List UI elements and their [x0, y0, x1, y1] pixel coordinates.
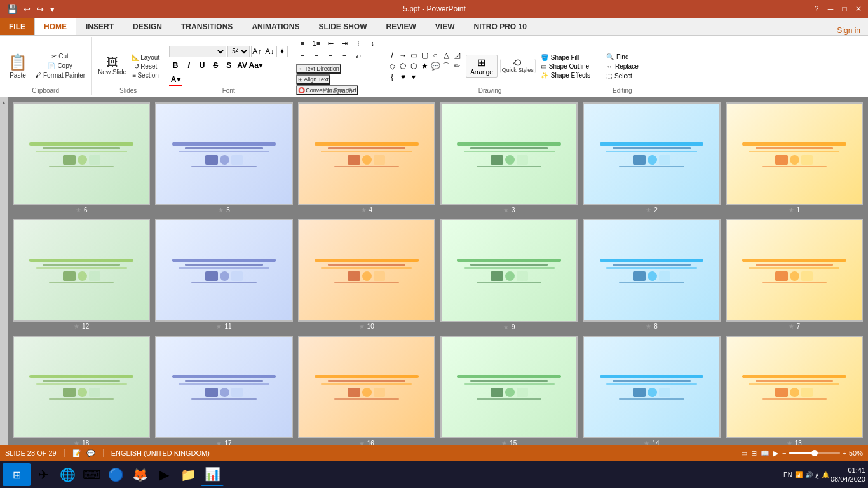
replace-button[interactable]: ↔ Replace: [604, 62, 641, 71]
tab-animations[interactable]: ANIMATIONS: [242, 18, 309, 35]
quick-styles-button[interactable]: Q Quick Styles: [500, 59, 536, 73]
rtriangle-shape[interactable]: ◿: [452, 50, 462, 60]
slide-item[interactable]: ★ 12: [13, 219, 150, 330]
callout-shape[interactable]: 💬: [430, 61, 440, 71]
slide-thumbnail[interactable]: [13, 336, 150, 438]
clear-format-button[interactable]: ✦: [276, 46, 288, 57]
more-shapes[interactable]: ▾: [409, 72, 419, 82]
slide-item[interactable]: ★ 3: [440, 102, 578, 214]
pentagon-shape[interactable]: ⬠: [398, 61, 408, 71]
shape-effects-button[interactable]: ✨ Shape Effects: [538, 71, 593, 79]
star-shape[interactable]: ★: [419, 61, 430, 71]
strikethrough-button[interactable]: S: [209, 59, 222, 72]
slide-item[interactable]: ★ 7: [726, 219, 863, 330]
slide-sorter-button[interactable]: ⊞: [751, 449, 757, 458]
find-button[interactable]: 🔍 Find: [604, 53, 641, 61]
zoom-in-button[interactable]: +: [843, 449, 846, 457]
taskbar-telegram[interactable]: ✈: [32, 463, 55, 486]
zoom-level[interactable]: 50%: [849, 449, 863, 457]
line-spacing-button[interactable]: ↕: [366, 37, 379, 50]
triangle-shape[interactable]: △: [441, 50, 451, 60]
comments-icon[interactable]: 💬: [86, 449, 95, 458]
decrease-font-button[interactable]: A↓: [264, 46, 275, 57]
taskbar-ie[interactable]: 🌐: [56, 463, 79, 486]
sign-in-button[interactable]: Sign in: [829, 26, 868, 35]
rect-shape[interactable]: ▭: [409, 50, 419, 60]
slide-item[interactable]: ★ 11: [155, 219, 292, 330]
copy-button[interactable]: 📄Copy: [33, 62, 87, 70]
increase-font-button[interactable]: A↑: [251, 46, 262, 57]
changecase-button[interactable]: Aa▾: [249, 59, 262, 72]
slide-thumbnail[interactable]: [583, 102, 720, 205]
slide-thumbnail[interactable]: [298, 336, 435, 438]
help-button[interactable]: ?: [812, 4, 821, 13]
slide-thumbnail[interactable]: [726, 219, 863, 322]
reset-button[interactable]: ↺Reset: [130, 62, 161, 71]
left-panel-handle[interactable]: ▲: [0, 97, 8, 445]
freeform-shape[interactable]: ✏: [452, 61, 462, 71]
tab-home[interactable]: HOME: [34, 18, 76, 35]
slide-thumbnail[interactable]: [155, 219, 292, 322]
slide-thumbnail[interactable]: [155, 102, 292, 205]
slide-item[interactable]: ★ 16: [298, 336, 435, 445]
normal-view-button[interactable]: ▭: [741, 449, 747, 458]
slide-item[interactable]: ★ 5: [155, 102, 292, 214]
italic-button[interactable]: I: [182, 59, 195, 72]
slide-thumbnail[interactable]: [583, 336, 720, 438]
round-rect-shape[interactable]: ▢: [419, 50, 430, 60]
slide-thumbnail[interactable]: [726, 102, 863, 205]
arrow-shape[interactable]: →: [398, 50, 408, 60]
save-btn[interactable]: 💾: [5, 4, 19, 15]
maximize-button[interactable]: □: [840, 4, 849, 13]
customize-btn[interactable]: ▾: [48, 4, 57, 15]
tab-slideshow[interactable]: SLIDE SHOW: [309, 18, 376, 35]
close-button[interactable]: ✕: [854, 4, 863, 13]
font-size-select[interactable]: 54: [227, 46, 250, 57]
cols-button[interactable]: ⫶: [352, 37, 365, 50]
taskbar-chrome[interactable]: 🔵: [104, 463, 127, 486]
bold-button[interactable]: B: [169, 59, 182, 72]
bracket-shape[interactable]: {: [387, 72, 397, 82]
slideshow-button[interactable]: ▶: [773, 449, 778, 458]
reading-view-button[interactable]: 📖: [761, 449, 770, 458]
charspacing-button[interactable]: AV: [236, 59, 248, 72]
heart-shape[interactable]: ♥: [398, 72, 408, 82]
slide-thumbnail[interactable]: [13, 219, 150, 322]
bullets-button[interactable]: ≡: [296, 37, 309, 50]
slide-item[interactable]: ★ 18: [13, 336, 150, 445]
diamond-shape[interactable]: ◇: [387, 61, 397, 71]
undo-btn[interactable]: ↩: [22, 4, 32, 15]
curve-shape[interactable]: ⌒: [441, 61, 451, 71]
tab-transitions[interactable]: TRANSITIONS: [172, 18, 242, 35]
slide-item[interactable]: ★ 17: [155, 336, 292, 445]
shadow-button[interactable]: S: [222, 59, 235, 72]
slide-thumbnail[interactable]: [155, 336, 292, 438]
font-family-select[interactable]: [169, 46, 226, 57]
decrease-indent-button[interactable]: ⇤: [324, 37, 337, 50]
slide-thumbnail[interactable]: [440, 219, 578, 322]
line-shape[interactable]: /: [387, 50, 397, 60]
select-button[interactable]: ⬚ Select: [604, 72, 641, 80]
layout-button[interactable]: 📐Layout: [130, 53, 161, 62]
new-slide-button[interactable]: 🖼 New Slide: [95, 55, 129, 77]
rtl-button[interactable]: ↵: [352, 50, 365, 63]
slide-thumbnail[interactable]: [440, 336, 578, 438]
slide-item[interactable]: ★ 2: [583, 102, 720, 214]
oval-shape[interactable]: ○: [430, 50, 440, 60]
slide-item[interactable]: ★ 14: [583, 336, 720, 445]
slide-item[interactable]: ★ 9: [440, 219, 578, 330]
arrange-button[interactable]: ⊞ Arrange: [466, 55, 498, 78]
align-left-button[interactable]: ≡: [296, 50, 309, 63]
align-right-button[interactable]: ≡: [324, 50, 337, 63]
numbering-button[interactable]: 1≡: [310, 37, 323, 50]
zoom-out-button[interactable]: −: [782, 449, 786, 457]
slide-thumbnail[interactable]: [13, 102, 150, 205]
slide-item[interactable]: ★ 6: [13, 102, 150, 214]
taskbar-explorer[interactable]: 📁: [177, 463, 200, 486]
shape-fill-button[interactable]: 🪣 Shape Fill: [538, 53, 593, 62]
notes-icon[interactable]: 📝: [72, 449, 81, 458]
slide-item[interactable]: ★ 15: [440, 336, 578, 445]
slide-item[interactable]: ★ 1: [726, 102, 863, 214]
tab-insert[interactable]: INSERT: [76, 18, 123, 35]
underline-button[interactable]: U: [196, 59, 208, 72]
